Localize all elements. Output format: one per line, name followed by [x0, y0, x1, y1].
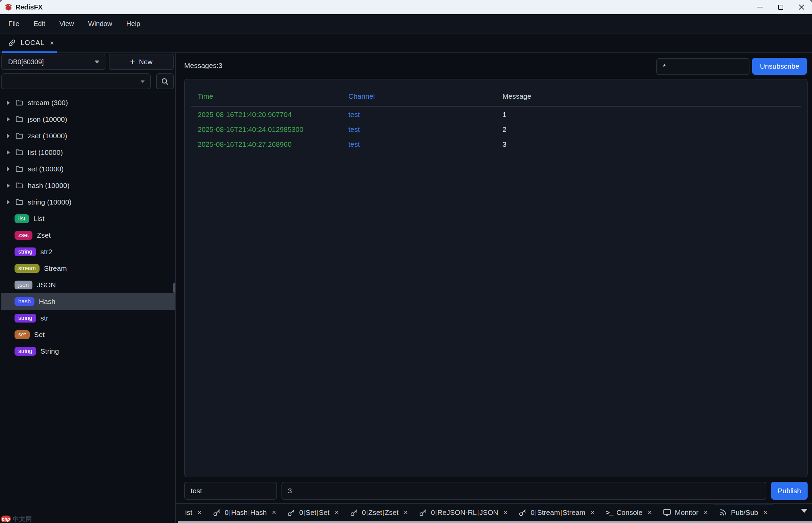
close-icon [798, 4, 805, 10]
cell-message: 1 [502, 111, 801, 119]
subscribe-pattern-input[interactable] [656, 58, 750, 75]
bottom-tab-0-hash-hash[interactable]: 0|Hash|Hash × [207, 504, 282, 521]
menu-item-view[interactable]: View [59, 20, 74, 28]
key-icon [287, 508, 296, 517]
pipe-separator: | [366, 508, 368, 516]
minimize-button[interactable] [749, 0, 770, 14]
title-bar: RedisFX [0, 0, 812, 14]
chevron-down-icon[interactable] [141, 80, 145, 83]
expand-caret-icon[interactable] [7, 133, 10, 138]
tab-close-icon[interactable]: × [334, 508, 339, 517]
menu-item-window[interactable]: Window [88, 20, 112, 28]
tree-key-row[interactable]: list List [1, 210, 175, 227]
tree-folder-row[interactable]: list (10000) [1, 144, 175, 161]
tree-key-row[interactable]: hash Hash [1, 293, 175, 310]
table-row[interactable]: 2025-08-16T21:40:20.907704 test 1 [191, 107, 801, 122]
tab-close-icon[interactable]: × [590, 508, 595, 517]
search-button[interactable] [156, 73, 174, 89]
tab-close-icon[interactable]: × [272, 508, 276, 517]
key-type-badge: stream [15, 264, 39, 273]
sidebar: DB0[60309] + New stream (300) [0, 53, 176, 523]
tab-close-icon[interactable]: × [197, 508, 202, 517]
pipe-separator: | [248, 508, 250, 516]
tab-overflow-caret-icon[interactable] [801, 509, 808, 513]
table-row[interactable]: 2025-08-16T21:40:27.268960 test 3 [191, 137, 801, 152]
tab-close-icon[interactable]: × [50, 39, 54, 47]
connection-tab-local[interactable]: LOCAL × [0, 34, 61, 52]
minimize-icon [757, 7, 763, 7]
tree-key-row[interactable]: string str2 [1, 244, 175, 260]
bottom-tab-0-rejson-rl-json[interactable]: 0|ReJSON-RL|JSON × [413, 504, 513, 521]
tree-key-row[interactable]: stream Stream [1, 260, 175, 276]
expand-caret-icon[interactable] [7, 101, 10, 105]
tree-key-row[interactable]: zset Zset [1, 227, 175, 244]
search-input[interactable] [2, 74, 150, 89]
table-body: 2025-08-16T21:40:20.907704 test 1 2025-0… [191, 107, 801, 152]
tree-folder-row[interactable]: set (10000) [1, 161, 175, 177]
bottom-tab-monitor[interactable]: Monitor × [657, 504, 713, 521]
bottom-tab-0-stream-stream[interactable]: 0|Stream|Stream × [513, 504, 600, 521]
unsubscribe-button[interactable]: Unsubscribe [752, 58, 807, 75]
tab-label: ist [185, 508, 192, 517]
watermark: php 中文网 [1, 515, 32, 523]
sidebar-scrollbar-thumb[interactable] [173, 283, 176, 293]
maximize-button[interactable] [770, 0, 791, 14]
tree-folder-row[interactable]: hash (10000) [1, 177, 175, 194]
expand-caret-icon[interactable] [7, 183, 10, 188]
column-header-message[interactable]: Message [502, 92, 801, 101]
search-icon [161, 77, 169, 86]
monitor-icon [663, 508, 671, 517]
menu-item-edit[interactable]: Edit [34, 20, 45, 28]
key-type-badge: string [15, 347, 36, 356]
chevron-down-icon [95, 60, 99, 64]
tree-folder-row[interactable]: json (10000) [1, 111, 175, 127]
tab-close-icon[interactable]: × [647, 508, 652, 517]
expand-caret-icon[interactable] [7, 200, 10, 204]
cell-channel: test [348, 125, 502, 133]
link-icon [7, 38, 17, 47]
bottom-tab-pubsub[interactable]: Pub/Sub × [713, 504, 773, 521]
column-header-channel[interactable]: Channel [348, 92, 502, 101]
bottom-tab-ist[interactable]: ist × [177, 504, 207, 521]
bottom-tab-0-zset-zset[interactable]: 0|Zset|Zset × [344, 504, 413, 521]
new-key-button[interactable]: + New [109, 54, 174, 70]
tree-key-row[interactable]: string str [1, 310, 175, 326]
expand-caret-icon[interactable] [7, 150, 10, 155]
tab-close-icon[interactable]: × [503, 508, 508, 517]
tree-folder-row[interactable]: zset (10000) [1, 127, 175, 144]
folder-icon [15, 98, 24, 107]
redis-logo-icon [4, 3, 13, 11]
bottom-tab-0-set-set[interactable]: 0|Set|Set × [281, 504, 344, 521]
key-type-badge: set [15, 330, 30, 339]
database-selector[interactable]: DB0[60309] [1, 54, 106, 70]
menu-item-help[interactable]: Help [126, 20, 140, 28]
tree-key-row[interactable]: string String [1, 343, 175, 359]
cell-message: 2 [502, 125, 801, 133]
tab-close-icon[interactable]: × [703, 508, 708, 517]
messages-table-panel: Time Channel Message 2025-08-16T21:40:20… [184, 79, 808, 477]
publish-channel-input[interactable] [184, 482, 277, 500]
watermark-text: 中文网 [13, 515, 32, 523]
expand-caret-icon[interactable] [7, 117, 10, 122]
publish-message-input[interactable] [281, 482, 767, 500]
folder-label: zset (10000) [28, 132, 67, 140]
tree-key-row[interactable]: set Set [1, 326, 175, 343]
bottom-tab-console[interactable]: >_ Console × [600, 504, 657, 521]
table-row[interactable]: 2025-08-16T21:40:24.012985300 test 2 [191, 122, 801, 137]
folder-icon [15, 148, 24, 157]
tab-close-icon[interactable]: × [763, 508, 768, 517]
tab-close-icon[interactable]: × [404, 508, 408, 517]
php-logo: php [1, 516, 11, 522]
column-header-time[interactable]: Time [198, 92, 348, 101]
menu-bar: FileEditViewWindowHelp [0, 14, 812, 33]
key-type-badge: string [15, 314, 36, 323]
publish-button[interactable]: Publish [771, 482, 808, 500]
tree-key-row[interactable]: json JSON [1, 276, 175, 293]
close-button[interactable] [791, 0, 812, 14]
menu-item-file[interactable]: File [8, 20, 19, 28]
tab-label: 0|Hash|Hash [225, 508, 267, 517]
tree-folder-row[interactable]: string (10000) [1, 194, 175, 210]
key-type-badge: list [15, 214, 29, 223]
tree-folder-row[interactable]: stream (300) [1, 94, 175, 111]
expand-caret-icon[interactable] [7, 167, 10, 172]
